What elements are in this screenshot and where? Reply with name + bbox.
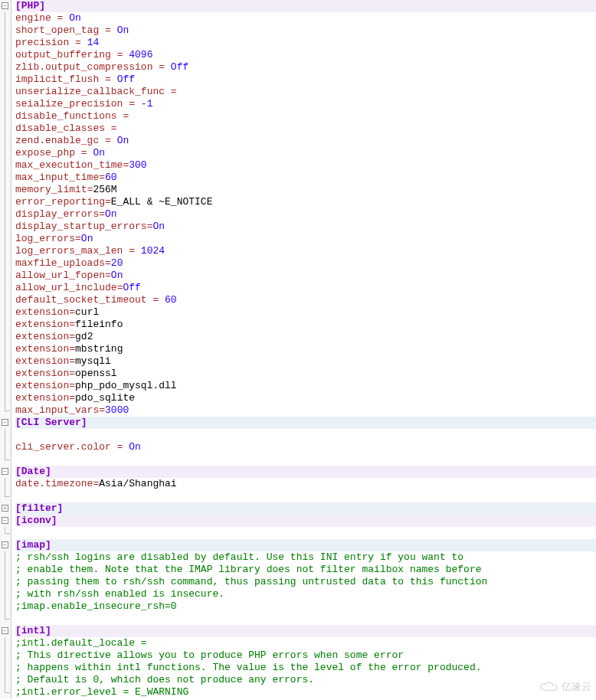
code-line: memory_limit=256M	[15, 184, 596, 196]
section-header: [filter]	[15, 502, 63, 514]
code-line: disable_classes =	[15, 123, 596, 135]
fold-toggle[interactable]: −	[2, 627, 8, 634]
code-line: disable_functions =	[15, 110, 596, 123]
code-line	[15, 613, 596, 625]
code-line: display_startup_errors=On	[15, 221, 596, 233]
code-line: cli_server.color = On	[15, 441, 596, 453]
code-line: short_open_tag = On	[15, 25, 596, 37]
code-line: extension=gd2	[15, 331, 596, 343]
section-header: [PHP]	[15, 0, 45, 11]
code-line: allow_url_fopen=On	[15, 270, 596, 282]
fold-toggle[interactable]: +	[2, 505, 8, 512]
code-line: ; Default is 0, which does not produce a…	[15, 674, 596, 686]
code-line: engine = On	[15, 12, 596, 25]
section-header: [intl]	[15, 625, 51, 636]
code-line: extension=mysqli	[15, 355, 596, 368]
code-line	[15, 453, 596, 466]
code-line: expose_php = On	[15, 147, 596, 159]
fold-toggle[interactable]: −	[2, 517, 8, 524]
code-line: [PHP]	[15, 0, 596, 12]
code-line: max_execution_time=300	[15, 159, 596, 172]
code-line	[15, 429, 596, 441]
fold-toggle[interactable]: −	[2, 468, 8, 475]
code-line: extension=pdo_sqlite	[15, 392, 596, 404]
code-line: ; This directive allows you to produce P…	[15, 649, 596, 662]
code-line: [Date]	[15, 466, 596, 478]
section-header: [CLI Server]	[15, 417, 87, 428]
code-line: extension=php_pdo_mysql.dll	[15, 380, 596, 392]
code-line: [iconv]	[15, 515, 596, 527]
code-line: zend.enable_gc = On	[15, 135, 596, 147]
code-line: extension=mbstring	[15, 343, 596, 355]
code-line	[15, 490, 596, 502]
code-line: log_errors=On	[15, 233, 596, 245]
code-line: extension=openssl	[15, 368, 596, 380]
fold-toggle[interactable]: −	[2, 419, 8, 426]
code-line: ;intl.default_locale =	[15, 637, 596, 649]
code-line: [CLI Server]	[15, 417, 596, 429]
code-line: output_buffering = 4096	[15, 49, 596, 61]
code-line: display_errors=On	[15, 208, 596, 221]
watermark-text: 亿速云	[562, 681, 591, 693]
code-line: [imap]	[15, 539, 596, 551]
code-line: ; rsh/ssh logins are disabled by default…	[15, 551, 596, 564]
code-line: max_input_vars=3000	[15, 404, 596, 417]
code-content[interactable]: [PHP]engine = Onshort_open_tag = Onpreci…	[12, 0, 596, 698]
code-editor: [PHP]engine = Onshort_open_tag = Onpreci…	[0, 0, 596, 698]
fold-toggle[interactable]: −	[2, 2, 8, 9]
code-line: error_reporting=E_ALL & ~E_NOTICE	[15, 196, 596, 208]
code-line: ; happens within intl functions. The val…	[15, 662, 596, 674]
code-line: implicit_flush = Off	[15, 74, 596, 86]
fold-toggle[interactable]: −	[2, 541, 8, 548]
code-line: precision = 14	[15, 37, 596, 49]
fold-gutter	[0, 0, 11, 698]
section-header: [imap]	[15, 539, 51, 551]
code-line: max_input_time=60	[15, 172, 596, 184]
code-line: ; enable them. Note that the IMAP librar…	[15, 564, 596, 576]
code-line: extension=fileinfo	[15, 319, 596, 331]
code-line: ; passing them to rsh/ssh command, thus …	[15, 576, 596, 588]
code-line: default_socket_timeout = 60	[15, 294, 596, 306]
code-line: seialize_precision = -1	[15, 98, 596, 110]
code-line: date.timezone=Asia/Shanghai	[15, 478, 596, 490]
code-line: extension=curl	[15, 306, 596, 319]
code-line	[15, 527, 596, 539]
cloud-icon	[538, 680, 559, 694]
code-line: log_errors_max_len = 1024	[15, 245, 596, 257]
code-line: ;imap.enable_insecure_rsh=0	[15, 600, 596, 613]
code-line: ; with rsh/ssh enabled is insecure.	[15, 588, 596, 600]
code-line: [filter]	[15, 502, 596, 515]
code-line: maxfile_uploads=20	[15, 257, 596, 270]
watermark: 亿速云	[538, 680, 591, 694]
code-line: zlib.output_compression = Off	[15, 61, 596, 74]
code-line: ;intl.error_level = E_WARNING	[15, 686, 596, 698]
code-line: [intl]	[15, 625, 596, 637]
code-line: allow_url_include=Off	[15, 282, 596, 294]
section-header: [iconv]	[15, 515, 57, 526]
code-line: unserialize_callback_func =	[15, 86, 596, 98]
section-header: [Date]	[15, 466, 51, 477]
